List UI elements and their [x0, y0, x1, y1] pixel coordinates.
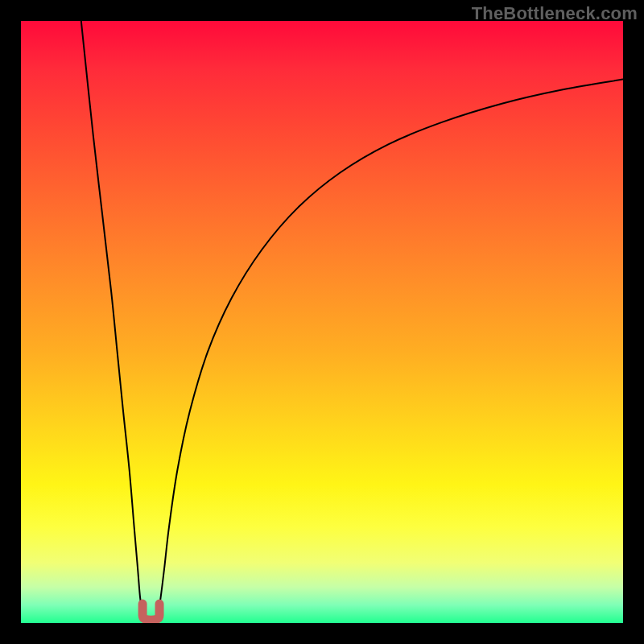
plot-area: [21, 21, 623, 623]
curve-left-branch: [81, 21, 145, 618]
curve-right-branch: [156, 80, 623, 618]
plot-svg: [21, 21, 623, 623]
chart-frame: TheBottleneck.com: [0, 0, 644, 644]
dip-marker: [142, 604, 159, 620]
